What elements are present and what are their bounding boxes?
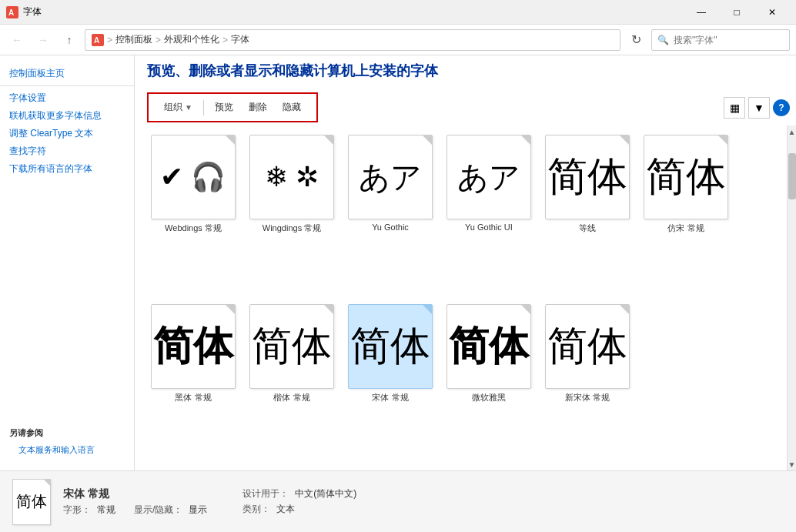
font-preview-text-msyahei: 简体 (449, 320, 529, 373)
font-item-songti[interactable]: 简体 宋体 常规 (344, 301, 436, 464)
font-name-songti: 宋体 常规 (372, 392, 408, 403)
font-preview-text-yu-gothic-ui: あア (457, 156, 520, 199)
font-item-yu-gothic[interactable]: あア Yu Gothic (344, 132, 436, 295)
search-input[interactable] (651, 29, 790, 51)
font-corner-dengxian (620, 136, 629, 145)
sidebar-item-cleartype[interactable]: 调整 ClearType 文本 (0, 125, 134, 142)
font-preview-yu-gothic-ui: あア (446, 135, 531, 219)
font-item-fangsong[interactable]: 简体 仿宋 常规 (640, 132, 732, 295)
scroll-up-button[interactable]: ▲ (788, 125, 796, 138)
address-path[interactable]: A > 控制面板 > 外观和个性化 > 字体 (85, 29, 620, 51)
content-area: 预览、删除或者显示和隐藏计算机上安装的字体 组织 ▼ 预览 删除 隐藏 (135, 55, 796, 470)
font-item-yu-gothic-ui[interactable]: あア Yu Gothic UI (443, 132, 535, 295)
scrollbar-thumb[interactable] (788, 153, 796, 199)
font-item-newsongti[interactable]: 简体 新宋体 常规 (541, 301, 634, 464)
font-name-kaiti: 楷体 常规 (273, 392, 309, 403)
path-separator-2: > (156, 35, 161, 45)
font-preview-text-songti: 简体 (350, 320, 430, 373)
font-corner-msyahei (521, 305, 530, 314)
main-layout: 控制面板主页 字体设置 联机获取更多字体信息 调整 ClearType 文本 查… (0, 55, 796, 470)
organize-button[interactable]: 组织 ▼ (158, 99, 199, 116)
status-display-label: 显示/隐藏： (134, 504, 182, 517)
status-bar: 简体 宋体 常规 字形： 常规 显示/隐藏： 显示 设计用于： 中文(简体中文)… (0, 470, 796, 532)
sidebar-item-font-settings[interactable]: 字体设置 (0, 89, 134, 107)
font-item-webdings[interactable]: ✔ 🎧 Webdings 常规 (147, 132, 239, 295)
sidebar-item-get-fonts[interactable]: 联机获取更多字体信息 (0, 107, 134, 125)
hide-button[interactable]: 隐藏 (276, 99, 307, 116)
toolbar-separator-1 (203, 100, 204, 115)
status-info: 宋体 常规 字形： 常规 显示/隐藏： 显示 (63, 487, 207, 517)
status-meta: 设计用于： 中文(简体中文) 类别： 文本 (242, 487, 356, 516)
scroll-down-button[interactable]: ▼ (788, 458, 796, 470)
font-preview-webdings: ✔ 🎧 (151, 135, 236, 219)
view-options: ▦ ▼ ? (724, 97, 790, 119)
close-button[interactable]: ✕ (754, 0, 790, 25)
font-item-heiti[interactable]: 简体 黑体 常规 (147, 301, 239, 464)
sidebar-item-find-char[interactable]: 查找字符 (0, 142, 134, 160)
font-name-webdings: Webdings 常规 (165, 223, 222, 234)
font-name-yu-gothic: Yu Gothic (372, 223, 409, 232)
font-preview-dengxian: 简体 (545, 135, 630, 219)
font-preview-text-fangsong: 简体 (646, 150, 726, 204)
font-corner-wingdings (324, 136, 333, 145)
help-button[interactable]: ? (773, 99, 790, 116)
maximize-button[interactable]: □ (719, 0, 754, 25)
font-item-wingdings[interactable]: ❄ ✲ Wingdings 常规 (246, 132, 338, 295)
font-preview-kaiti: 简体 (249, 304, 334, 389)
delete-button[interactable]: 删除 (242, 99, 273, 116)
also-see-link-1[interactable]: 文本服务和输入语言 (9, 442, 125, 458)
path-part-1: 控制面板 (115, 33, 152, 46)
font-item-kaiti[interactable]: 简体 楷体 常规 (246, 301, 338, 464)
font-name-heiti: 黑体 常规 (175, 392, 211, 403)
status-style-label: 字形： (63, 504, 91, 517)
font-corner-yu-gothic-ui (521, 136, 530, 145)
scrollbar-track[interactable]: ▲ ▼ (787, 125, 796, 470)
font-corner-heiti (226, 305, 235, 314)
status-preview-text: 简体 (16, 491, 47, 512)
toolbar-area: 组织 ▼ 预览 删除 隐藏 ▦ ▼ ? (135, 86, 796, 125)
sidebar-item-home[interactable]: 控制面板主页 (0, 65, 134, 82)
font-preview-fangsong: 简体 (644, 135, 728, 219)
font-item-msyahei[interactable]: 简体 微软雅黑 (443, 301, 535, 464)
font-grid: ✔ 🎧 Webdings 常规 ❄ ✲ Wingdings 常规 (135, 125, 787, 470)
address-icon: A (92, 34, 104, 46)
font-preview-text-dengxian: 简体 (547, 150, 627, 204)
minimize-button[interactable]: — (684, 0, 719, 25)
view-toggle-button[interactable]: ▦ (724, 97, 745, 119)
font-preview-text-newsongti: 简体 (547, 320, 627, 373)
back-button[interactable]: ← (6, 29, 28, 51)
font-name-msyahei: 微软雅黑 (472, 392, 506, 403)
sidebar-divider (0, 85, 134, 86)
font-item-dengxian[interactable]: 简体 等线 (541, 132, 634, 295)
status-display-value: 显示 (189, 504, 207, 517)
status-row-style: 字形： 常规 显示/隐藏： 显示 (63, 504, 207, 517)
font-name-wingdings: Wingdings 常规 (263, 223, 321, 234)
also-see-title: 另请参阅 (9, 427, 125, 439)
preview-button[interactable]: 预览 (209, 99, 239, 116)
sidebar: 控制面板主页 字体设置 联机获取更多字体信息 调整 ClearType 文本 查… (0, 55, 135, 470)
font-preview-msyahei: 简体 (446, 304, 531, 389)
font-name-fangsong: 仿宋 常规 (667, 223, 704, 234)
status-preview-card: 简体 (12, 479, 51, 525)
font-preview-text-wingdings: ❄ ✲ (265, 161, 319, 193)
up-button[interactable]: ↑ (59, 29, 80, 51)
status-font-name: 宋体 常规 (63, 487, 207, 501)
font-preview-wingdings: ❄ ✲ (249, 135, 334, 219)
view-dropdown-button[interactable]: ▼ (748, 97, 770, 119)
delete-label: 删除 (249, 101, 267, 114)
status-category-value: 文本 (276, 503, 295, 516)
font-preview-text-kaiti: 简体 (252, 320, 332, 373)
organize-label: 组织 (164, 101, 182, 114)
font-name-yu-gothic-ui: Yu Gothic UI (465, 223, 513, 232)
organize-dropdown-icon: ▼ (185, 103, 192, 112)
sidebar-item-download-fonts[interactable]: 下载所有语言的字体 (0, 160, 134, 178)
font-preview-yu-gothic: あア (348, 135, 433, 219)
status-design-label: 设计用于： (242, 487, 289, 500)
window-title: 字体 (23, 5, 42, 18)
preview-label: 预览 (215, 101, 233, 114)
forward-button[interactable]: → (32, 29, 54, 51)
page-title: 预览、删除或者显示和隐藏计算机上安装的字体 (135, 55, 796, 83)
font-corner-webdings (226, 136, 235, 145)
refresh-button[interactable]: ↻ (625, 29, 647, 51)
path-part-2: 外观和个性化 (164, 33, 219, 46)
